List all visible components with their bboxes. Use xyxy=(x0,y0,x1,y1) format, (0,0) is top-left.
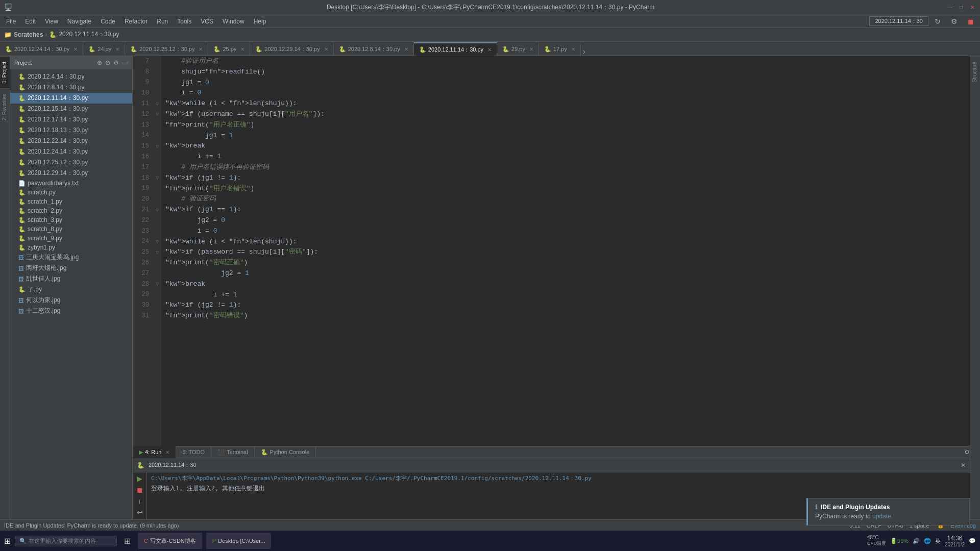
taskbar-app-csdn[interactable]: C 写文章-CSDN博客 xyxy=(138,533,202,549)
menu-window[interactable]: Window xyxy=(218,17,249,26)
tree-item[interactable]: 🐍2020.12.24.14：30.py xyxy=(10,146,132,157)
tab-6[interactable]: 🐍 2020.12.11.14：30.py ✕ xyxy=(414,42,497,56)
stop-button[interactable]: ◼ xyxy=(964,16,978,27)
tree-item[interactable]: 🐍2020.12.11.14：30.py xyxy=(10,93,132,104)
settings-button[interactable]: ⚙ xyxy=(947,16,962,27)
run-panel-gear[interactable]: ⚙ xyxy=(964,448,970,456)
notification-link[interactable]: update. xyxy=(872,513,893,520)
code-line: shuju="fn">readfile() xyxy=(165,67,966,78)
search-placeholder: 在这里输入你要搜索的内容 xyxy=(29,537,96,545)
fold-marker[interactable]: ▽ xyxy=(153,279,161,290)
run-tab-close[interactable]: ✕ xyxy=(165,449,169,455)
taskbar-app-pycharm[interactable]: P Desktop [C:\User... xyxy=(206,533,272,549)
fold-marker[interactable]: ▽ xyxy=(153,141,161,152)
menu-tools[interactable]: Tools xyxy=(173,17,195,26)
tab-7[interactable]: 🐍 29.py ✕ xyxy=(497,42,539,56)
tree-item[interactable]: 🐍2020.12.25.12：30.py xyxy=(10,157,132,168)
code-editor[interactable]: 7891011121314151617181920212223242526272… xyxy=(133,56,970,446)
panel-gear-icon[interactable]: ⚙ xyxy=(113,59,119,66)
code-content[interactable]: #验证用户名 shuju="fn">readfile() jg1 = 0 i =… xyxy=(161,56,970,446)
tab-5[interactable]: 🐍 2020.12.8.14：30.py ✕ xyxy=(334,42,414,56)
tree-item[interactable]: 🐍2020.12.22.14：30.py xyxy=(10,136,132,146)
panel-close-icon[interactable]: — xyxy=(122,59,128,66)
fold-marker[interactable]: ▽ xyxy=(153,98,161,109)
fold-marker[interactable]: ▽ xyxy=(153,109,161,120)
side-tab-favorites[interactable]: 2: Favorites xyxy=(0,88,10,126)
menu-run[interactable]: Run xyxy=(153,17,172,26)
tab-2[interactable]: 🐍 2020.12.25.12：30.py ✕ xyxy=(125,42,208,56)
taskview-button[interactable]: ⊞ xyxy=(121,536,134,546)
menu-navigate[interactable]: Navigate xyxy=(63,17,95,26)
bottom-tab-todo[interactable]: 6: TODO xyxy=(176,446,211,458)
clock[interactable]: 14:36 2021/1/2 xyxy=(945,535,965,547)
stop-run-button[interactable]: ◼ xyxy=(137,486,143,494)
close-button[interactable]: ✕ xyxy=(969,4,976,11)
bottom-tab-run[interactable]: ▶ 4: Run ✕ xyxy=(133,446,176,458)
tree-item[interactable]: 🐍zybyn1.py xyxy=(10,243,132,252)
tab-4[interactable]: 🐍 2020.12.29.14：30.py ✕ xyxy=(250,42,333,56)
tree-item[interactable]: 🐍2020.12.29.14：30.py xyxy=(10,168,132,179)
tree-item[interactable]: 🖼何以为家.jpg xyxy=(10,295,132,306)
line-number: 20 xyxy=(133,194,149,205)
tree-item[interactable]: 🖼十二怒汉.jpg xyxy=(10,306,132,316)
tree-item[interactable]: 🐍2020.12.17.14：30.py xyxy=(10,114,132,125)
tree-item-label: 2020.12.25.12：30.py xyxy=(28,158,88,167)
temp-label: 48°CCPU温度 xyxy=(867,535,886,547)
menu-file[interactable]: File xyxy=(2,17,20,26)
bottom-tab-python-console[interactable]: 🐍 Python Console xyxy=(255,446,316,458)
panel-sync-icon[interactable]: ⊕ xyxy=(97,59,102,66)
py-file-icon: 🐍 xyxy=(18,217,26,223)
menu-vcs[interactable]: VCS xyxy=(197,17,217,26)
maximize-button[interactable]: □ xyxy=(958,4,965,11)
tree-item[interactable]: 🖼乱世佳人.jpg xyxy=(10,273,132,284)
fold-marker[interactable]: ▽ xyxy=(153,173,161,184)
notification-center[interactable]: 💬 xyxy=(969,538,976,544)
run-header-close[interactable]: ✕ xyxy=(961,462,966,469)
search-box[interactable]: 🔍 在这里输入你要搜索的内容 xyxy=(15,536,117,546)
side-tab-project[interactable]: 1: Project xyxy=(0,56,10,88)
tab-3[interactable]: 🐍 25.py ✕ xyxy=(208,42,250,56)
tree-item[interactable]: 🐍了.py xyxy=(10,284,132,295)
menu-refactor[interactable]: Refactor xyxy=(120,17,152,26)
tree-item[interactable]: 🐍scratch_8.py xyxy=(10,224,132,234)
tab-0[interactable]: 🐍 2020.12.24.14：30.py ✕ xyxy=(0,42,83,56)
lang-indicator[interactable]: 英 xyxy=(935,537,941,545)
tab-8[interactable]: 🐍 17.py ✕ xyxy=(539,42,581,56)
line-number: 27 xyxy=(133,268,149,279)
tree-item[interactable]: 🐍2020.12.8.14：30.py xyxy=(10,82,132,93)
menu-view[interactable]: View xyxy=(41,17,62,26)
tree-item[interactable]: 🖼两杆大烟枪.jpg xyxy=(10,263,132,273)
fold-marker[interactable]: ▽ xyxy=(153,247,161,258)
more-tabs-button[interactable]: › xyxy=(583,47,585,56)
panel-collapse-icon[interactable]: ⊖ xyxy=(105,59,110,66)
branch-selector[interactable]: 2020.12.11.14：30 xyxy=(869,16,928,26)
tree-item[interactable]: 🐍scratch_3.py xyxy=(10,215,132,224)
menu-help[interactable]: Help xyxy=(250,17,271,26)
menu-code[interactable]: Code xyxy=(96,17,119,26)
start-button[interactable]: ⊞ xyxy=(4,536,11,546)
tab-1[interactable]: 🐍 24.py ✕ xyxy=(83,42,125,56)
refresh-button[interactable]: ↻ xyxy=(930,16,945,27)
tree-item[interactable]: 🐍scratch_1.py xyxy=(10,197,132,206)
menu-edit[interactable]: Edit xyxy=(21,17,40,26)
tree-item-label: 2020.12.17.14：30.py xyxy=(28,115,88,124)
side-tab-structure[interactable]: Structure xyxy=(970,56,980,88)
wrap-output-button[interactable]: ↩ xyxy=(137,508,143,516)
tree-item[interactable]: 🐍scratch.py xyxy=(10,188,132,197)
tree-item[interactable]: 🐍2020.12.4.14：30.py xyxy=(10,71,132,82)
fold-marker xyxy=(153,300,161,311)
rerun-button[interactable]: ▶ xyxy=(137,474,142,483)
breadcrumb-file[interactable]: 2020.12.11.14：30.py xyxy=(59,30,119,39)
bottom-tab-terminal[interactable]: ⬛ Terminal xyxy=(211,446,255,458)
minimize-button[interactable]: — xyxy=(946,4,953,11)
tree-item[interactable]: 📄paswordlirbarys.txt xyxy=(10,179,132,188)
tree-item[interactable]: 🐍scratch_9.py xyxy=(10,234,132,243)
breadcrumb-scratches[interactable]: Scratches xyxy=(14,31,43,38)
tree-item[interactable]: 🐍2020.12.18.13：30.py xyxy=(10,125,132,136)
tree-item[interactable]: 🐍scratch_2.py xyxy=(10,206,132,215)
tree-item[interactable]: 🐍2020.12.15.14：30.py xyxy=(10,104,132,114)
tree-item[interactable]: 🖼三庚大闹宝莱坞.jpg xyxy=(10,252,132,263)
fold-marker[interactable]: ▽ xyxy=(153,205,161,215)
fold-marker[interactable]: ▽ xyxy=(153,237,161,247)
scroll-to-end-button[interactable]: ↓ xyxy=(138,497,141,505)
